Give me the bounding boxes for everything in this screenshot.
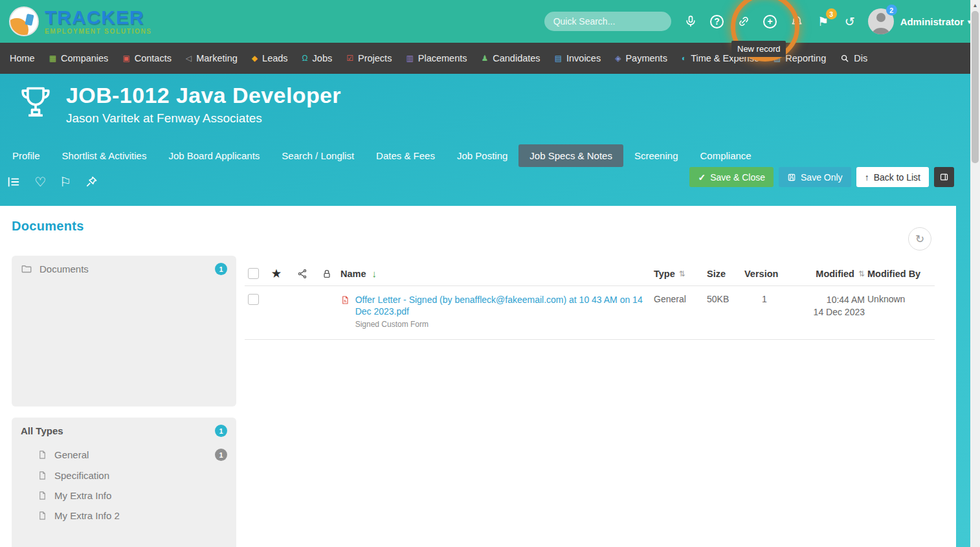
- nav-item-discover[interactable]: Dis: [833, 43, 874, 74]
- save-icon: [787, 173, 796, 182]
- flag-icon[interactable]: ⚐: [60, 175, 71, 188]
- document-icon: [38, 471, 47, 480]
- type-label: My Extra Info: [54, 490, 227, 501]
- help-icon[interactable]: ?: [709, 14, 725, 29]
- time-expense-icon: ◐: [682, 54, 686, 62]
- topbar-icons: ? + ⚑ 3 ↺: [683, 14, 858, 29]
- topbar: TRACKER EMPLOYMENT SOLUTIONS ? + ⚑ 3 ↺: [0, 0, 980, 43]
- tab-compliance[interactable]: Compliance: [689, 144, 762, 167]
- user-menu[interactable]: 2 Administrator ▾: [868, 8, 971, 34]
- document-modified: 10:44 AM 14 Dec 2023: [787, 294, 865, 318]
- quick-search: [544, 12, 671, 31]
- back-to-list-button[interactable]: ↑ Back to List: [856, 167, 929, 187]
- share-icon[interactable]: [291, 269, 313, 279]
- lock-icon[interactable]: [316, 269, 338, 279]
- document-icon: [38, 511, 47, 520]
- save-only-button[interactable]: Save Only: [779, 167, 851, 187]
- scroll-up-arrow[interactable]: ▲: [970, 0, 980, 10]
- nav-candidates-label: Candidates: [493, 53, 540, 63]
- nav-item-projects[interactable]: ☑ Projects: [339, 43, 399, 74]
- type-count-badge: 1: [215, 449, 227, 461]
- companies-icon: ▦: [49, 54, 56, 62]
- tab-search-longlist[interactable]: Search / Longlist: [271, 144, 365, 167]
- modified-column-header[interactable]: Modified ⇅: [787, 269, 865, 279]
- size-column-header[interactable]: Size: [707, 269, 742, 279]
- nav-item-home[interactable]: Home: [3, 43, 42, 74]
- pin-icon[interactable]: [85, 175, 98, 188]
- nav-reporting-label: Reporting: [785, 53, 826, 63]
- type-label: My Extra Info 2: [54, 510, 227, 521]
- plus-glyph: +: [763, 15, 777, 28]
- tab-job-specs-notes[interactable]: Job Specs & Notes: [518, 144, 623, 167]
- avatar-badge: 2: [886, 5, 897, 16]
- type-column-header[interactable]: Type ⇅: [654, 269, 704, 279]
- section-title: Documents: [12, 219, 84, 234]
- scrollbar-thumb[interactable]: [972, 11, 979, 163]
- marketing-icon: ◁: [186, 54, 192, 62]
- types-header-label: All Types: [21, 425, 208, 436]
- save-close-button[interactable]: ✓ Save & Close: [689, 167, 774, 187]
- page-subtitle: Jason Varitek at Fenway Associates: [66, 111, 341, 126]
- types-header[interactable]: All Types 1: [12, 418, 236, 444]
- select-all-checkbox[interactable]: [248, 268, 259, 279]
- notifications-bell-icon[interactable]: [789, 14, 805, 29]
- page-title: JOB-1012 Java Developer: [66, 83, 341, 108]
- tab-profile[interactable]: Profile: [1, 144, 51, 167]
- avatar: 2: [868, 8, 894, 34]
- nav-item-candidates[interactable]: ♟ Candidates: [474, 43, 548, 74]
- folder-icon: [21, 263, 32, 275]
- nav-item-leads[interactable]: ◆ Leads: [245, 43, 295, 74]
- microphone-icon[interactable]: [683, 14, 698, 29]
- tab-dates-fees[interactable]: Dates & Fees: [365, 144, 446, 167]
- nav-item-jobs[interactable]: Ω Jobs: [295, 43, 340, 74]
- document-version: 1: [744, 294, 785, 304]
- table-row: Offer Letter - Signed (by benaffleck@fak…: [245, 286, 935, 340]
- sort-icon: ⇅: [858, 269, 865, 278]
- type-label: Specification: [54, 470, 227, 481]
- save-close-label: Save & Close: [710, 172, 765, 183]
- type-item-general[interactable]: General 1: [12, 444, 236, 465]
- version-column-header[interactable]: Version: [744, 269, 785, 279]
- link-icon[interactable]: [736, 14, 752, 29]
- name-column-header[interactable]: Name: [340, 269, 366, 279]
- nav-item-payments[interactable]: ◈ Payments: [608, 43, 674, 74]
- type-item-specification[interactable]: Specification: [12, 465, 236, 486]
- save-only-label: Save Only: [801, 172, 843, 183]
- row-checkbox[interactable]: [248, 294, 259, 305]
- refresh-button[interactable]: ↻: [908, 227, 931, 251]
- logo-title: TRACKER: [45, 8, 152, 27]
- search-input[interactable]: [553, 16, 662, 27]
- document-link[interactable]: Offer Letter - Signed (by benaffleck@fak…: [355, 294, 651, 317]
- layout-toggle-button[interactable]: [934, 167, 954, 187]
- tab-job-board-applicants[interactable]: Job Board Applicants: [157, 144, 271, 167]
- tab-shortlist-activities[interactable]: Shortlist & Activities: [51, 144, 158, 167]
- new-record-icon[interactable]: +: [763, 14, 778, 29]
- activity-list-icon[interactable]: [6, 175, 21, 189]
- type-item-my-extra-info[interactable]: My Extra Info: [12, 486, 236, 506]
- payments-icon: ◈: [615, 54, 621, 62]
- nav-item-marketing[interactable]: ◁ Marketing: [179, 43, 245, 74]
- nav-item-contacts[interactable]: ▣ Contacts: [115, 43, 179, 74]
- question-glyph: ?: [710, 15, 724, 28]
- flags-icon[interactable]: ⚑ 3: [816, 14, 831, 29]
- history-icon[interactable]: ↺: [842, 14, 858, 29]
- tab-job-posting[interactable]: Job Posting: [446, 144, 518, 167]
- nav-item-invoices[interactable]: ▤ Invoices: [548, 43, 608, 74]
- nav-projects-label: Projects: [358, 53, 392, 63]
- nav-payments-label: Payments: [625, 53, 667, 63]
- sort-descending-icon[interactable]: ↓: [372, 268, 377, 279]
- main-nav: Home ▦ Companies ▣ Contacts ◁ Marketing …: [0, 43, 980, 74]
- star-icon[interactable]: ★: [264, 269, 289, 279]
- type-item-my-extra-info-2[interactable]: My Extra Info 2: [12, 506, 236, 526]
- favorite-heart-icon[interactable]: ♡: [34, 175, 46, 188]
- check-icon: ✓: [698, 172, 706, 183]
- nav-item-companies[interactable]: ▦ Companies: [42, 43, 116, 74]
- page-scrollbar[interactable]: ▲: [970, 0, 980, 547]
- placements-icon: ▥: [406, 54, 413, 62]
- tab-screening[interactable]: Screening: [623, 144, 689, 167]
- folder-item-documents[interactable]: Documents 1: [12, 256, 236, 282]
- nav-jobs-label: Jobs: [313, 53, 333, 63]
- nav-item-placements[interactable]: ▥ Placements: [399, 43, 474, 74]
- modified-by-column-header[interactable]: Modified By: [867, 269, 935, 279]
- app-logo[interactable]: TRACKER EMPLOYMENT SOLUTIONS: [9, 6, 152, 36]
